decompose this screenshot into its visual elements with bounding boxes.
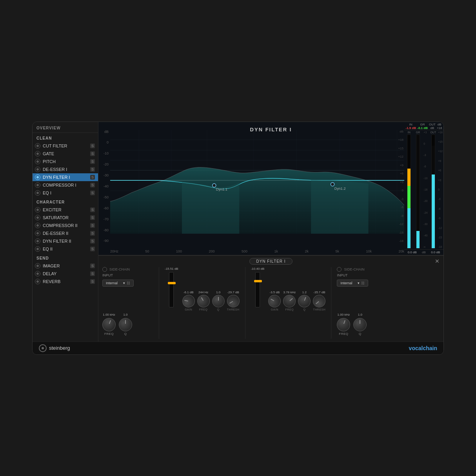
side-chain-right: SIDE-CHAIN (337, 267, 388, 272)
dyn1-gain-knob[interactable] (181, 294, 196, 308)
gr-value: -0.1 dB (417, 126, 428, 130)
knob-group-q-left: 1.0 Q (119, 313, 132, 336)
sidebar-item-exciter[interactable]: EXCITER S (33, 206, 98, 214)
sidebar-item-imager[interactable]: IMAGER S (33, 262, 98, 270)
dyn2-q-label: Q (303, 308, 305, 311)
sidebar-item-label: EXCITER (43, 207, 90, 212)
s-badge[interactable]: S (90, 223, 95, 228)
sidebar-item-label: DE-ESSER I (43, 167, 90, 172)
dyn1-fader-handle (168, 282, 176, 284)
s-badge[interactable]: S (90, 231, 95, 236)
sidebar-item-delay[interactable]: DELAY S (33, 270, 98, 278)
item-power-icon (35, 143, 40, 149)
item-power-icon (35, 223, 40, 228)
svg-point-19 (213, 183, 216, 187)
meters-footer: 0.0 dB dB 0.0 dB (404, 249, 443, 255)
item-power-icon (35, 159, 40, 164)
s-badge[interactable]: S (90, 207, 95, 212)
dropdown-arrow: ▾ (123, 281, 125, 285)
q-val-right: 1.0 (358, 313, 362, 316)
dyn2-q-knob[interactable] (296, 293, 312, 309)
sidebar-item-dyn-filter-ii[interactable]: DYN FILTER II S (33, 237, 98, 245)
dyn1-q-knob[interactable] (212, 295, 225, 307)
sidebar-item-eq-i[interactable]: EQ I S (33, 189, 98, 197)
bottom-out-value: 0.0 dB (431, 251, 440, 254)
s-badge[interactable]: S (90, 175, 95, 180)
s-badge[interactable]: S (90, 247, 95, 251)
dyn2-thresh-knob[interactable] (311, 292, 328, 310)
s-badge[interactable]: S (90, 279, 95, 284)
sidebar-item-label: EQ I (43, 191, 90, 195)
dyn2-fader-section: -10.40 dB (251, 267, 265, 339)
out-meter-col: OUT (429, 131, 437, 249)
dyn2-thresh-label: THRESH (313, 308, 326, 311)
gr-label: GR (420, 123, 425, 126)
spectrum-area[interactable]: DYN FILTER I dB 0 -10 -20 -30 -40 -50 -6… (98, 122, 443, 255)
main-layout: OVERVIEW CLEAN CUT FILTER S GATE S PITCH… (33, 122, 443, 342)
q-knob-right[interactable] (353, 318, 367, 331)
sidebar-item-label: COMPRESSOR I (43, 183, 90, 187)
side-chain-label-right: SIDE-CHAIN (344, 267, 364, 271)
s-badge[interactable]: S (90, 144, 95, 148)
sidebar-item-compressor-i[interactable]: COMPRESSOR I S (33, 181, 98, 189)
s-badge[interactable]: S (90, 271, 95, 276)
bottom-db-label: dB (422, 251, 426, 254)
dyn1-freq-label: FREQ (199, 308, 207, 311)
in-meter-col: IN (405, 131, 413, 249)
sidebar-item-reverb[interactable]: REVERB S (33, 278, 98, 285)
in-meter-track (407, 134, 411, 249)
sidebar-item-de-esser-i[interactable]: DE-ESSER I S (33, 165, 98, 173)
bottom-in-value: 0.0 dB (408, 251, 417, 254)
knob-group-q-right: 1.0 Q (353, 313, 367, 336)
dyn1-q-group: 1.0 Q (212, 291, 225, 311)
sidebar-item-cut-filter[interactable]: CUT FILTER S (33, 142, 98, 150)
knob-group-freq-left: 1.00 kHz FREQ (102, 313, 116, 336)
s-badge[interactable]: S (90, 167, 95, 172)
main-content: DYN FILTER I dB 0 -10 -20 -30 -40 -50 -6… (98, 122, 443, 342)
spectrum-svg: Dyn1.1 Dyn1.2 (110, 130, 404, 234)
meters-panel: IN -1.9 dB GR -0.1 dB OUT dB dB (404, 122, 443, 255)
sidebar-item-pitch[interactable]: PITCH S (33, 158, 98, 165)
s-badge[interactable]: S (90, 263, 95, 268)
item-power-icon (35, 207, 40, 213)
s-badge[interactable]: S (90, 159, 95, 164)
svg-text:Dyn1.1: Dyn1.1 (216, 187, 227, 191)
dyn1-thresh-knob[interactable] (225, 293, 242, 310)
item-power-icon (35, 182, 40, 188)
sidebar-item-gate[interactable]: GATE S (33, 150, 98, 158)
sidebar-item-saturator[interactable]: SATURATOR S (33, 214, 98, 222)
s-badge[interactable]: S (90, 183, 95, 187)
q-knob-left[interactable] (119, 318, 132, 331)
sidebar-item-label: COMPRESSOR II (43, 223, 90, 228)
dyn2-gain-knob[interactable] (266, 293, 283, 310)
dyn2-freq-knob[interactable] (281, 292, 298, 310)
freq-label-right: FREQ (339, 332, 348, 336)
s-badge[interactable]: S (90, 191, 95, 195)
s-badge[interactable]: S (90, 239, 95, 243)
freq-knob-left[interactable] (100, 316, 118, 333)
sc-circle-right[interactable] (337, 267, 342, 272)
dyn2-gain-label: GAIN (271, 308, 278, 311)
knob-group-freq-right: 1.00 kHz FREQ (337, 313, 350, 336)
s-badge[interactable]: S (90, 151, 95, 156)
sidebar-item-de-esser-ii[interactable]: DE-ESSER II S (33, 229, 98, 237)
item-power-icon (35, 279, 40, 284)
sidebar-item-compressor-ii[interactable]: COMPRESSOR II S (33, 222, 98, 229)
sidebar-item-label: PITCH (43, 159, 90, 164)
dyn1-fader-track[interactable] (169, 272, 174, 307)
freq-knob-right[interactable] (335, 316, 352, 333)
input-dropdown-left[interactable]: Internal ▾ ⛓ (102, 280, 134, 287)
close-button[interactable]: ✕ (435, 258, 440, 264)
dyn2-freq-group: 3.78 kHz FREQ (283, 291, 296, 311)
dyn1-thresh-val: -29.7 dB (227, 291, 239, 294)
s-badge[interactable]: S (90, 215, 95, 220)
sc-circle[interactable] (102, 267, 107, 272)
input-dropdown-right[interactable]: Internal ▾ ⛓ (337, 280, 368, 287)
sidebar-item-dyn-filter-i[interactable]: DYN FILTER I S (33, 173, 98, 181)
dyn1-freq-group: 244 Hz FREQ (197, 291, 210, 311)
side-chain-label: SIDE-CHAIN (109, 267, 130, 271)
dyn1-freq-knob[interactable] (195, 293, 212, 310)
sidebar-item-eq-ii[interactable]: EQ II S (33, 245, 98, 253)
dyn2-fader-track[interactable] (255, 272, 260, 307)
right-section: SIDE-CHAIN INPUT Internal ▾ ⛓ 1.00 kHz (337, 267, 388, 339)
